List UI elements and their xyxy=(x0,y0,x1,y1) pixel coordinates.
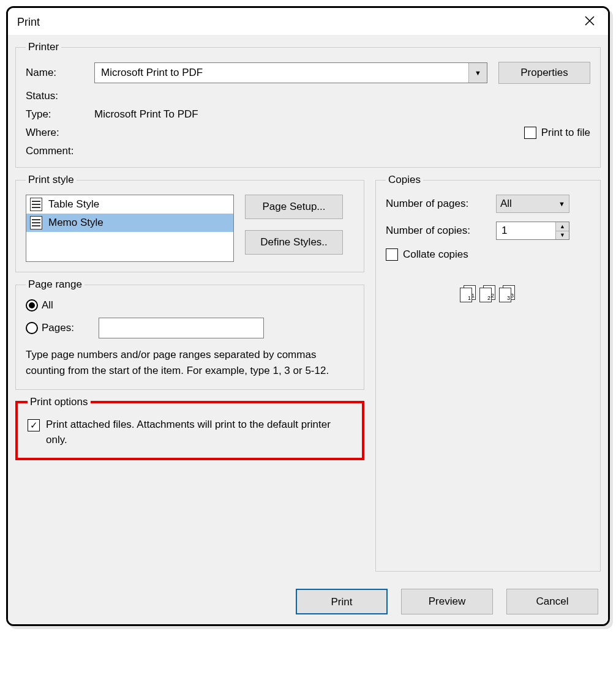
spinner-down-icon[interactable]: ▼ xyxy=(555,231,569,240)
printer-legend: Printer xyxy=(26,41,61,53)
checkbox-icon xyxy=(386,248,398,261)
num-pages-label: Number of pages: xyxy=(386,198,496,210)
print-attached-checkbox[interactable]: Print attached files. Attachments will p… xyxy=(28,417,352,448)
radio-pages-label: Pages: xyxy=(42,322,74,334)
print-attached-label: Print attached files. Attachments will p… xyxy=(46,417,352,448)
print-dialog: Print Printer Name: Microsoft Print to P… xyxy=(6,6,610,626)
num-pages-select[interactable]: All ▼ xyxy=(496,195,569,213)
num-copies-label: Number of copies: xyxy=(386,225,496,237)
type-value: Microsoft Print To PDF xyxy=(94,108,198,121)
status-label: Status: xyxy=(26,90,94,102)
print-style-legend: Print style xyxy=(26,174,77,186)
pages-input[interactable] xyxy=(99,318,264,338)
chevron-down-icon: ▼ xyxy=(558,200,565,207)
collate-illustration: 11 22 33 xyxy=(386,285,590,302)
style-item-label: Table Style xyxy=(48,198,99,211)
style-item-table[interactable]: Table Style xyxy=(26,195,233,214)
num-copies-spinner[interactable]: 1 ▲ ▼ xyxy=(496,222,569,240)
style-item-label: Memo Style xyxy=(48,217,103,229)
num-copies-value: 1 xyxy=(497,222,555,239)
chevron-down-icon[interactable]: ▼ xyxy=(468,63,487,83)
print-style-group: Print style Table Style Memo Style xyxy=(15,174,364,272)
type-label: Type: xyxy=(26,108,94,121)
radio-all-label: All xyxy=(42,299,53,312)
num-pages-value: All xyxy=(500,198,512,210)
page-range-group: Page range All Pages: T xyxy=(15,278,364,390)
printer-name-value: Microsoft Print to PDF xyxy=(101,67,203,79)
print-options-group: Print options Print attached files. Atta… xyxy=(15,396,364,460)
radio-icon xyxy=(26,299,38,312)
name-label: Name: xyxy=(26,67,94,79)
radio-all[interactable]: All xyxy=(26,299,53,312)
checkbox-icon xyxy=(28,419,40,431)
doc-icon xyxy=(30,216,42,229)
cancel-button[interactable]: Cancel xyxy=(506,589,598,614)
printer-name-select[interactable]: Microsoft Print to PDF ▼ xyxy=(94,62,487,83)
page-range-hint: Type page numbers and/or page ranges sep… xyxy=(26,347,354,379)
preview-button[interactable]: Preview xyxy=(401,589,493,614)
copies-group: Copies Number of pages: All ▼ Number of … xyxy=(375,174,601,572)
close-icon[interactable] xyxy=(580,14,599,30)
doc-icon xyxy=(30,198,42,211)
printer-group: Printer Name: Microsoft Print to PDF ▼ P… xyxy=(15,41,601,168)
print-to-file-label: Print to file xyxy=(541,127,590,139)
radio-icon xyxy=(26,322,38,334)
titlebar: Print xyxy=(8,8,608,35)
checkbox-icon xyxy=(524,127,536,139)
collate-label: Collate copies xyxy=(403,248,468,261)
properties-button[interactable]: Properties xyxy=(498,62,590,84)
page-setup-button[interactable]: Page Setup... xyxy=(245,195,343,219)
print-style-list[interactable]: Table Style Memo Style xyxy=(26,195,234,262)
dialog-title: Print xyxy=(17,16,40,29)
page-range-legend: Page range xyxy=(26,278,85,291)
print-button[interactable]: Print xyxy=(296,589,388,614)
style-item-memo[interactable]: Memo Style xyxy=(26,214,233,232)
comment-label: Comment: xyxy=(26,145,94,157)
dialog-footer: Print Preview Cancel xyxy=(15,589,601,614)
spinner-up-icon[interactable]: ▲ xyxy=(555,222,569,231)
radio-pages[interactable]: Pages: xyxy=(26,322,74,334)
define-styles-button[interactable]: Define Styles.. xyxy=(245,230,343,255)
print-options-legend: Print options xyxy=(28,396,91,408)
copies-legend: Copies xyxy=(386,174,423,186)
where-label: Where: xyxy=(26,127,94,139)
collate-checkbox[interactable]: Collate copies xyxy=(386,248,590,261)
print-to-file-checkbox[interactable]: Print to file xyxy=(524,127,590,139)
